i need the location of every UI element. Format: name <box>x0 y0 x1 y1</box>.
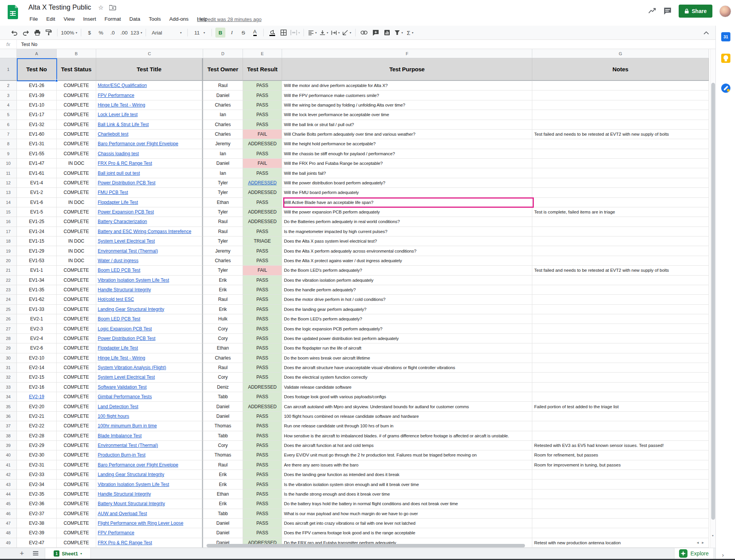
menu-tools[interactable]: Tools <box>146 15 164 23</box>
row-header-23[interactable]: 23 <box>0 285 17 295</box>
cell-E30[interactable]: PASS <box>243 353 282 363</box>
cell-A28[interactable]: EV2-4 <box>17 334 57 343</box>
cell-F38[interactable]: How senstive is the aircraft to imbalanc… <box>282 431 532 441</box>
cell-C6[interactable]: Ball Link & Strut Life Test <box>96 120 203 130</box>
cell-B5[interactable]: COMPLETE <box>57 110 96 120</box>
cell-B27[interactable]: COMPLETE <box>57 324 96 333</box>
cell-F31[interactable]: Does the aircraft structure have unaccep… <box>282 363 532 373</box>
cell-C37[interactable]: 100hr minumum Burn in time <box>96 421 203 431</box>
column-header-E[interactable]: E <box>243 49 282 58</box>
cell-E37[interactable]: PASS <box>243 421 282 431</box>
formula-bar-value[interactable]: Test No <box>17 42 37 47</box>
cell-C16[interactable]: Battery Characterization <box>96 217 203 227</box>
cell-E1[interactable]: Test Result <box>243 58 282 81</box>
cell-A22[interactable]: EV1-34 <box>17 276 57 285</box>
row-header-38[interactable]: 38 <box>0 431 17 441</box>
all-sheets-icon[interactable] <box>31 548 41 559</box>
menu-file[interactable]: File <box>27 15 41 23</box>
cell-F17[interactable]: Is the magnetometer impacted by high cur… <box>282 227 532 236</box>
paint-format-icon[interactable] <box>44 28 54 38</box>
cell-C43[interactable]: Vibration Isolation System Life Test <box>96 480 203 489</box>
cell-E12[interactable]: ADDRESSED <box>243 178 282 188</box>
menu-data[interactable]: Data <box>127 15 143 23</box>
cell-F21[interactable]: Do the Boom LED's perform adequately? <box>282 266 532 275</box>
column-header-B[interactable]: B <box>57 49 96 58</box>
cell-A42[interactable]: EV2-33 <box>17 470 57 480</box>
cell-F1[interactable]: Test Purpose <box>282 58 532 81</box>
cell-A7[interactable]: EV1-60 <box>17 130 57 139</box>
cell-B3[interactable]: COMPLETE <box>57 90 96 100</box>
cell-E33[interactable]: ADDRESSED <box>243 383 282 392</box>
cell-C22[interactable]: Vibration Isolation System Life Test <box>96 276 203 285</box>
cell-B44[interactable]: COMPLETE <box>57 489 96 499</box>
cell-D33[interactable]: Deniz <box>203 383 243 392</box>
scroll-down-arrow-icon[interactable]: ▼ <box>710 533 715 539</box>
cell-F12[interactable]: Will the power distribution board perfor… <box>282 178 532 188</box>
format-currency-button[interactable]: $ <box>85 28 95 38</box>
cell-E22[interactable]: PASS <box>243 276 282 285</box>
row-header-6[interactable]: 6 <box>0 120 17 130</box>
cell-G16[interactable] <box>532 217 709 227</box>
cell-C10[interactable]: FRX Pro & RC Range Test <box>96 159 203 168</box>
cell-B28[interactable]: COMPLETE <box>57 334 96 343</box>
cell-A32[interactable]: EV2-15 <box>17 373 57 382</box>
cell-C36[interactable]: 100 flight hours <box>96 412 203 421</box>
row-header-19[interactable]: 19 <box>0 246 17 256</box>
sheet-activity-icon[interactable] <box>648 7 656 15</box>
move-folder-icon[interactable] <box>109 5 116 10</box>
cell-E17[interactable]: PASS <box>243 227 282 236</box>
bold-button[interactable]: B <box>215 28 225 38</box>
cell-D37[interactable]: Thomas <box>203 421 243 431</box>
cell-B10[interactable]: IN DOC <box>57 159 96 168</box>
cell-E41[interactable]: PASS <box>243 460 282 470</box>
cell-G3[interactable] <box>532 90 709 100</box>
cell-G22[interactable] <box>532 276 709 285</box>
cell-A36[interactable]: EV2-21 <box>17 412 57 421</box>
cell-B40[interactable]: COMPLETE <box>57 450 96 460</box>
cell-F29[interactable]: Does the flopdapter run the life of airc… <box>282 343 532 353</box>
cell-A27[interactable]: EV2-3 <box>17 324 57 333</box>
cell-A35[interactable]: EV2-20 <box>17 402 57 411</box>
cell-E5[interactable]: PASS <box>243 110 282 120</box>
cell-E48[interactable]: PASS <box>243 528 282 538</box>
cell-F30[interactable]: Do the boom wires break over aircraft li… <box>282 353 532 363</box>
cell-D40[interactable]: Thomas <box>203 450 243 460</box>
cell-A6[interactable]: EV1-32 <box>17 120 57 130</box>
merge-cells-button[interactable]: ▾ <box>290 28 300 38</box>
cell-B35[interactable]: COMPLETE <box>57 402 96 411</box>
cell-A30[interactable]: EV2-10 <box>17 353 57 363</box>
cell-F23[interactable]: Does the handle perform adequately? <box>282 285 532 295</box>
sheet-tab-menu-icon[interactable]: ▾ <box>80 552 82 555</box>
cell-C35[interactable]: Land Detection Test <box>96 402 203 411</box>
cell-B1[interactable]: Test Status <box>57 58 96 81</box>
row-header-7[interactable]: 7 <box>0 130 17 139</box>
cell-A10[interactable]: EV1-47 <box>17 159 57 168</box>
explore-button[interactable]: Explore <box>674 548 713 559</box>
cell-G23[interactable] <box>532 285 709 295</box>
row-header-14[interactable]: 14 <box>0 198 17 207</box>
cell-F16[interactable]: Do the Batteries perform adequately in r… <box>282 217 532 227</box>
cell-G25[interactable] <box>532 305 709 314</box>
cell-G30[interactable] <box>532 353 709 363</box>
cell-F41[interactable]: Are there any aero issues with the baro <box>282 460 532 470</box>
format-percent-button[interactable]: % <box>96 28 106 38</box>
cell-B33[interactable]: COMPLETE <box>57 383 96 392</box>
cell-C49[interactable]: FRX Pro & RC Range Test <box>96 538 203 548</box>
cell-G32[interactable] <box>532 373 709 382</box>
cell-E32[interactable]: PASS <box>243 373 282 382</box>
cell-F47[interactable]: Does aircraft get into crazy vibrations … <box>282 519 532 528</box>
cell-G21[interactable]: Test failed and needs to be retested at … <box>532 266 709 275</box>
cell-E16[interactable]: ADDRESSED <box>243 217 282 227</box>
row-header-40[interactable]: 40 <box>0 450 17 460</box>
cell-B31[interactable]: COMPLETE <box>57 363 96 373</box>
cell-E21[interactable]: FAIL <box>243 266 282 275</box>
row-header-25[interactable]: 25 <box>0 305 17 314</box>
cell-C2[interactable]: Motor/ESC Qualification <box>96 81 203 90</box>
cell-D46[interactable]: Tabb <box>203 509 243 519</box>
cell-D13[interactable]: Tyler <box>203 188 243 197</box>
cell-F24[interactable]: Does the motor drive perform in hot / co… <box>282 295 532 304</box>
cell-F27[interactable]: Does the logic expansion PCB perform ade… <box>282 324 532 333</box>
cell-A48[interactable]: EV2-39 <box>17 528 57 538</box>
cell-D10[interactable]: Daniel <box>203 159 243 168</box>
cell-C33[interactable]: Software Validation Test <box>96 383 203 392</box>
